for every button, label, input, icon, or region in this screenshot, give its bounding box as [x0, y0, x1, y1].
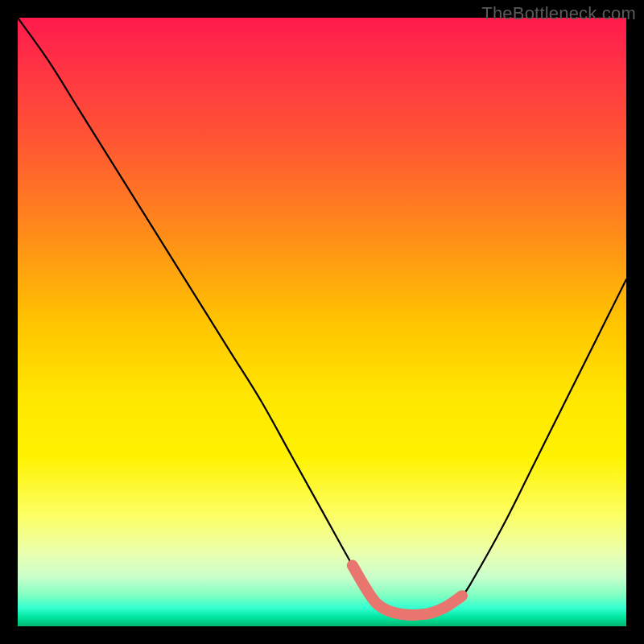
curve-path — [18, 18, 626, 615]
watermark-text: TheBottleneck.com — [481, 3, 636, 24]
trough-highlight — [353, 565, 462, 614]
chart-frame: TheBottleneck.com — [0, 0, 644, 644]
plot-area — [18, 18, 626, 626]
bottleneck-curve — [18, 18, 626, 626]
